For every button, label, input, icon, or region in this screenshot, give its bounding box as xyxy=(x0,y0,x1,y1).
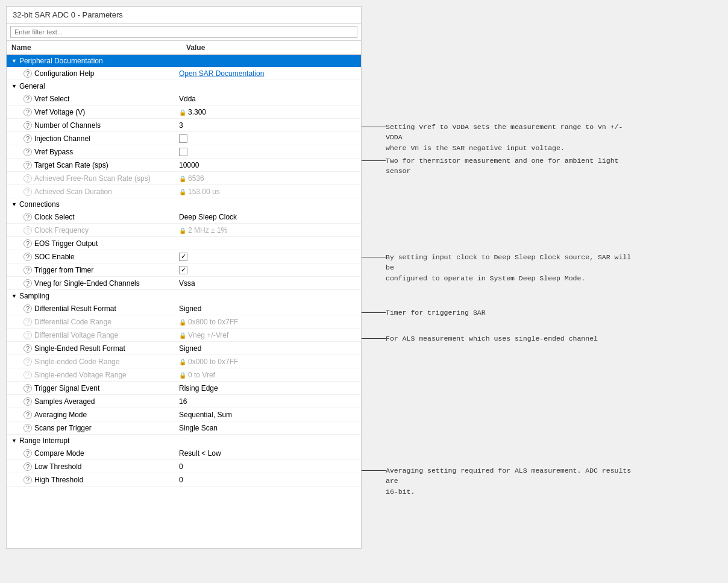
param-row-eos-trigger-output[interactable]: ? EOS Trigger Output xyxy=(7,237,361,250)
param-row-num-channels[interactable]: ? Number of Channels 3 xyxy=(7,119,361,132)
param-help-vref-select[interactable]: ? xyxy=(24,95,32,103)
param-help-scans-per-trigger[interactable]: ? xyxy=(24,424,32,432)
param-help-vref-bypass[interactable]: ? xyxy=(24,148,32,156)
group-arrow-sampling: ▼ xyxy=(11,293,17,299)
param-help-achieved-free-run[interactable]: ? xyxy=(24,174,32,183)
param-help-num-channels[interactable]: ? xyxy=(24,121,32,130)
param-help-clock-frequency[interactable]: ? xyxy=(24,226,32,235)
group-peripheral-doc[interactable]: ▼ Peripheral Documentation xyxy=(7,55,361,67)
param-row-averaging-mode[interactable]: ? Averaging Mode Sequential, Sum xyxy=(7,408,361,421)
param-help-vneg-single-ended[interactable]: ? xyxy=(24,279,32,288)
params-panel: 32-bit SAR ADC 0 - Parameters Name Value… xyxy=(6,6,362,549)
param-row-vneg-single-ended[interactable]: ? Vneg for Single-Ended Channels Vssa xyxy=(7,277,361,290)
param-value-config-help[interactable]: Open SAR Documentation xyxy=(179,69,356,78)
param-row-trigger-signal-event[interactable]: ? Trigger Signal Event Rising Edge xyxy=(7,382,361,395)
param-name-trigger-signal-event: Trigger Signal Event xyxy=(34,384,179,392)
group-general[interactable]: ▼ General xyxy=(7,80,361,92)
param-name-compare-mode: Compare Mode xyxy=(34,449,179,458)
param-row-injection-channel[interactable]: ? Injection Channel xyxy=(7,132,361,145)
param-value-target-scan-rate: 10000 xyxy=(179,161,356,169)
param-row-low-threshold[interactable]: ? Low Threshold 0 xyxy=(7,460,361,473)
param-name-achieved-scan-dur: Achieved Scan Duration xyxy=(34,188,179,196)
param-help-averaging-mode[interactable]: ? xyxy=(24,411,32,419)
param-name-low-threshold: Low Threshold xyxy=(34,462,179,471)
annotation-line-ann-clock xyxy=(362,257,386,257)
param-row-single-code-range[interactable]: ? Single-ended Code Range 0x000 to 0x7FF xyxy=(7,355,361,368)
param-row-single-voltage-range[interactable]: ? Single-ended Voltage Range 0 to Vref xyxy=(7,368,361,382)
param-help-injection-channel[interactable]: ? xyxy=(24,134,32,143)
filter-input[interactable] xyxy=(10,26,357,38)
param-row-vref-voltage[interactable]: ? Vref Voltage (V) 3.300 xyxy=(7,106,361,119)
param-value-single-voltage-range: 0 to Vref xyxy=(179,371,356,379)
param-help-samples-averaged[interactable]: ? xyxy=(24,397,32,406)
param-name-scans-per-trigger: Scans per Trigger xyxy=(34,424,179,432)
param-help-achieved-scan-dur[interactable]: ? xyxy=(24,188,32,196)
param-help-diff-voltage-range[interactable]: ? xyxy=(24,331,32,339)
group-label-general: General xyxy=(19,82,45,90)
param-name-target-scan-rate: Target Scan Rate (sps) xyxy=(34,161,179,169)
param-help-clock-select[interactable]: ? xyxy=(24,213,32,221)
param-value-diff-code-range: 0x800 to 0x7FF xyxy=(179,318,356,326)
param-help-target-scan-rate[interactable]: ? xyxy=(24,161,32,169)
param-name-clock-select: Clock Select xyxy=(34,213,179,221)
param-help-trigger-from-timer[interactable]: ? xyxy=(24,266,32,274)
param-help-single-voltage-range[interactable]: ? xyxy=(24,371,32,379)
param-value-num-channels: 3 xyxy=(179,121,356,130)
param-name-diff-result-format: Differential Result Format xyxy=(34,304,179,313)
param-name-samples-averaged: Samples Averaged xyxy=(34,397,179,406)
param-value-trigger-from-timer[interactable]: ✓ xyxy=(179,266,187,274)
annotation-text-ann-clock: By setting input clock to Deep Sleep Clo… xyxy=(386,252,639,283)
group-connections[interactable]: ▼ Connections xyxy=(7,198,361,210)
param-row-vref-bypass[interactable]: ? Vref Bypass xyxy=(7,145,361,159)
param-help-single-code-range[interactable]: ? xyxy=(24,358,32,366)
param-help-eos-trigger-output[interactable]: ? xyxy=(24,239,32,248)
param-value-soc-enable[interactable]: ✓ xyxy=(179,253,187,261)
param-name-vneg-single-ended: Vneg for Single-Ended Channels xyxy=(34,279,179,288)
param-help-low-threshold[interactable]: ? xyxy=(24,462,32,471)
param-help-config-help[interactable]: ? xyxy=(24,69,32,78)
param-value-injection-channel[interactable] xyxy=(179,134,187,143)
param-value-samples-averaged: 16 xyxy=(179,397,356,406)
param-row-soc-enable[interactable]: ? SOC Enable ✓ xyxy=(7,250,361,263)
param-row-single-result-format[interactable]: ? Single-Ended Result Format Signed xyxy=(7,342,361,355)
param-value-clock-select: Deep Sleep Clock xyxy=(179,213,356,221)
annotations-area: Setting Vref to VDDA sets the measuremen… xyxy=(362,6,722,549)
param-row-achieved-scan-dur[interactable]: ? Achieved Scan Duration 153.00 us xyxy=(7,185,361,198)
param-row-clock-select[interactable]: ? Clock Select Deep Sleep Clock xyxy=(7,210,361,224)
param-value-vref-select: Vdda xyxy=(179,95,356,103)
param-row-compare-mode[interactable]: ? Compare Mode Result < Low xyxy=(7,447,361,460)
param-value-diff-voltage-range: Vneg +/-Vref xyxy=(179,331,356,339)
param-value-vref-bypass[interactable] xyxy=(179,148,187,156)
param-row-clock-frequency[interactable]: ? Clock Frequency 2 MHz ± 1% xyxy=(7,224,361,237)
param-row-samples-averaged[interactable]: ? Samples Averaged 16 xyxy=(7,395,361,408)
param-row-achieved-free-run[interactable]: ? Achieved Free-Run Scan Rate (sps) 6536 xyxy=(7,172,361,185)
annotation-ann-vneg: For ALS measurement which uses single-en… xyxy=(362,333,598,344)
param-value-single-code-range: 0x000 to 0x7FF xyxy=(179,358,356,366)
group-range-interrupt[interactable]: ▼ Range Interrupt xyxy=(7,435,361,447)
param-row-trigger-from-timer[interactable]: ? Trigger from Timer ✓ xyxy=(7,263,361,277)
filter-bar xyxy=(7,24,361,41)
group-arrow-peripheral-doc: ▼ xyxy=(11,58,17,64)
param-help-diff-result-format[interactable]: ? xyxy=(24,304,32,313)
param-row-scans-per-trigger[interactable]: ? Scans per Trigger Single Scan xyxy=(7,421,361,435)
param-row-diff-voltage-range[interactable]: ? Differential Voltage Range Vneg +/-Vre… xyxy=(7,329,361,342)
group-sampling[interactable]: ▼ Sampling xyxy=(7,290,361,302)
group-arrow-general: ▼ xyxy=(11,83,17,89)
param-value-averaging-mode: Sequential, Sum xyxy=(179,411,356,419)
param-value-compare-mode: Result < Low xyxy=(179,449,356,458)
param-row-high-threshold[interactable]: ? High Threshold 0 xyxy=(7,473,361,487)
param-row-target-scan-rate[interactable]: ? Target Scan Rate (sps) 10000 xyxy=(7,159,361,172)
annotation-ann-vref: Setting Vref to VDDA sets the measuremen… xyxy=(362,122,639,153)
param-help-trigger-signal-event[interactable]: ? xyxy=(24,384,32,392)
param-help-diff-code-range[interactable]: ? xyxy=(24,318,32,326)
param-row-diff-result-format[interactable]: ? Differential Result Format Signed xyxy=(7,302,361,315)
param-help-single-result-format[interactable]: ? xyxy=(24,344,32,353)
param-help-vref-voltage[interactable]: ? xyxy=(24,108,32,116)
col-name-header: Name xyxy=(11,43,186,52)
param-help-soc-enable[interactable]: ? xyxy=(24,253,32,261)
param-row-config-help[interactable]: ? Configuration Help Open SAR Documentat… xyxy=(7,67,361,80)
param-help-compare-mode[interactable]: ? xyxy=(24,449,32,458)
param-help-high-threshold[interactable]: ? xyxy=(24,476,32,484)
param-row-diff-code-range[interactable]: ? Differential Code Range 0x800 to 0x7FF xyxy=(7,315,361,329)
param-row-vref-select[interactable]: ? Vref Select Vdda xyxy=(7,92,361,106)
